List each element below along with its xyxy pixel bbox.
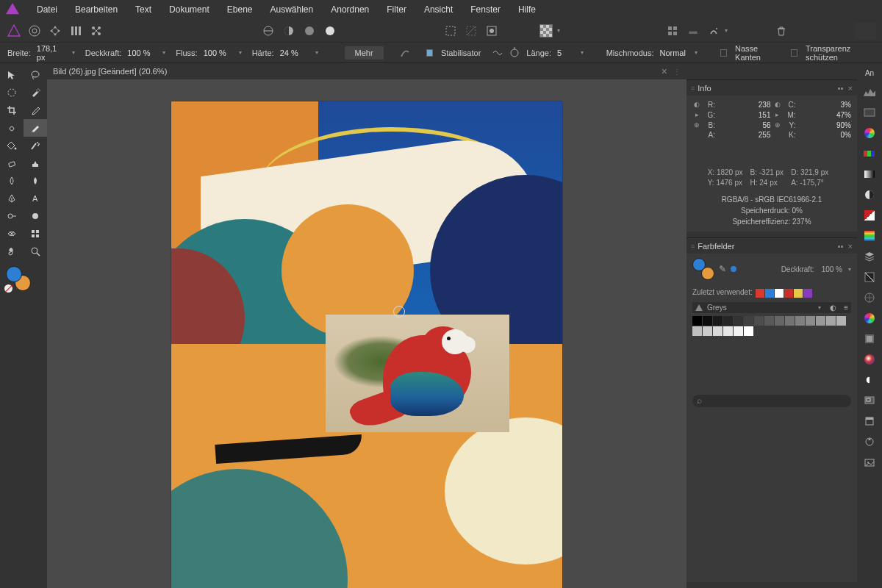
hand-tool-icon[interactable]	[0, 243, 24, 260]
menu-ebene[interactable]: Ebene	[223, 1, 257, 18]
mesh-tool-icon[interactable]	[0, 225, 24, 243]
nav-icon[interactable]	[861, 392, 878, 409]
recent-swatch[interactable]	[756, 289, 764, 298]
grey-swatch[interactable]	[744, 326, 753, 336]
grey-swatch[interactable]	[692, 326, 702, 336]
contrast-icon[interactable]	[861, 187, 878, 203]
grey-swatch[interactable]	[775, 316, 784, 326]
panel-grip-icon[interactable]: ≡	[691, 243, 695, 250]
stock-icon[interactable]	[861, 454, 878, 470]
assistant-icon[interactable]	[706, 23, 722, 39]
spray-tool-icon[interactable]	[24, 137, 47, 154]
channels-icon[interactable]	[861, 372, 878, 388]
recent-swatch[interactable]	[765, 289, 774, 298]
panel-close-icon[interactable]: ×	[848, 84, 853, 93]
grey-swatch[interactable]	[764, 316, 774, 326]
grey-swatch[interactable]	[806, 316, 815, 326]
document-tab[interactable]: Bild (26).jpg [Geändert] (20.6%)	[53, 67, 167, 76]
grey-swatch[interactable]	[692, 316, 702, 326]
grey-swatch[interactable]	[723, 326, 733, 336]
align-icon[interactable]: ▬	[685, 23, 701, 39]
cmyk-sampler-icon[interactable]: ◐	[773, 100, 782, 109]
hue-wheel-icon[interactable]	[861, 310, 878, 326]
protect-alpha-checkbox[interactable]	[791, 49, 797, 57]
marquee-icon[interactable]	[442, 23, 459, 39]
color-well[interactable]	[6, 266, 31, 291]
snapping-icon[interactable]	[664, 23, 681, 39]
no-color-icon[interactable]	[4, 284, 12, 293]
quickmask-icon[interactable]	[484, 23, 500, 39]
panel-menu-icon[interactable]: ▪▪	[838, 84, 844, 93]
grey-swatch[interactable]	[713, 326, 723, 336]
grey-swatch[interactable]	[734, 316, 743, 326]
blend-value[interactable]: Normal	[659, 49, 689, 57]
color-icon[interactable]	[861, 125, 878, 141]
swatch-opacity-value[interactable]: 100 %	[822, 265, 842, 273]
menu-ansicht[interactable]: Ansicht	[420, 1, 457, 18]
crop-tool-icon[interactable]	[0, 101, 24, 119]
menu-datei[interactable]: Datei	[32, 1, 62, 18]
menu-hilfe[interactable]: Hilfe	[514, 1, 540, 18]
lasso-tool-icon[interactable]	[24, 66, 47, 84]
artboard[interactable]	[171, 101, 562, 588]
marquee-tool-icon[interactable]	[0, 84, 24, 101]
pointer-icon[interactable]: ▸	[692, 110, 701, 119]
palette-opts-icon[interactable]: ◐	[830, 304, 836, 312]
grey-swatch[interactable]	[723, 316, 733, 326]
grey-swatch[interactable]	[785, 316, 795, 326]
recent-swatch[interactable]	[775, 289, 784, 298]
adj-icon[interactable]	[861, 290, 878, 306]
target-icon[interactable]: ⊕	[773, 121, 782, 129]
selection-brush-icon[interactable]	[24, 84, 47, 101]
persona-photo-icon[interactable]	[6, 23, 22, 39]
grey-swatch[interactable]	[836, 316, 846, 326]
window-mode-icon[interactable]	[509, 47, 520, 59]
grey-swatch[interactable]	[816, 316, 825, 326]
grey-swatch[interactable]	[795, 316, 805, 326]
palette-name[interactable]: Greys	[707, 304, 814, 312]
swatch-strip-icon[interactable]	[861, 146, 878, 162]
target-icon[interactable]: ⊕	[692, 121, 701, 129]
grey-swatch[interactable]	[734, 326, 743, 336]
styles-icon[interactable]	[861, 331, 878, 347]
mode-icon-2[interactable]	[281, 23, 297, 39]
menu-auswaehlen[interactable]: Auswählen	[265, 1, 318, 18]
menu-dokument[interactable]: Dokument	[165, 1, 214, 18]
recent-swatch[interactable]	[794, 289, 803, 298]
grey-swatch[interactable]	[703, 316, 712, 326]
panel-grip-icon[interactable]: ≡	[691, 85, 695, 92]
wet-edges-checkbox[interactable]	[720, 49, 727, 57]
history-icon[interactable]	[861, 413, 878, 429]
menu-filter[interactable]: Filter	[382, 1, 411, 18]
clone-tool-icon[interactable]	[24, 154, 47, 172]
marquee-none-icon[interactable]	[463, 23, 479, 39]
dodge-tool-icon[interactable]	[0, 207, 24, 225]
macro-icon[interactable]	[861, 351, 878, 368]
length-value[interactable]: 5	[557, 49, 575, 57]
pointer-icon[interactable]: ▸	[773, 110, 782, 119]
rainbow-icon[interactable]	[861, 228, 878, 244]
pressure-icon[interactable]	[399, 47, 411, 59]
collapse-icon[interactable]	[854, 23, 876, 39]
grey-swatch[interactable]	[713, 316, 723, 326]
text-tool-icon[interactable]: A	[24, 190, 47, 207]
rgb-sampler-icon[interactable]: ◐	[692, 100, 701, 109]
zoom-tool-icon[interactable]	[24, 243, 47, 260]
shape-tool-icon[interactable]	[24, 207, 47, 225]
flood-fill-tool-icon[interactable]	[0, 137, 24, 154]
trash-icon[interactable]	[773, 23, 789, 39]
menu-anordnen[interactable]: Anordnen	[326, 1, 373, 18]
stabilizer-checkbox[interactable]	[426, 49, 433, 57]
grid-tool-icon[interactable]	[24, 225, 47, 243]
heal-tool-icon[interactable]	[0, 119, 24, 137]
mode-icon-3[interactable]	[301, 23, 318, 39]
mode-icon-4[interactable]	[322, 23, 338, 39]
swatch-color-well[interactable]	[692, 258, 714, 280]
gradient-icon[interactable]	[861, 166, 878, 182]
move-tool-icon[interactable]	[0, 66, 24, 84]
layers-icon[interactable]	[861, 248, 878, 265]
panel-close-icon[interactable]: ×	[848, 242, 853, 251]
bg-checker-icon[interactable]	[538, 23, 554, 39]
transform-icon[interactable]	[861, 434, 878, 450]
grey-swatch[interactable]	[754, 316, 764, 326]
